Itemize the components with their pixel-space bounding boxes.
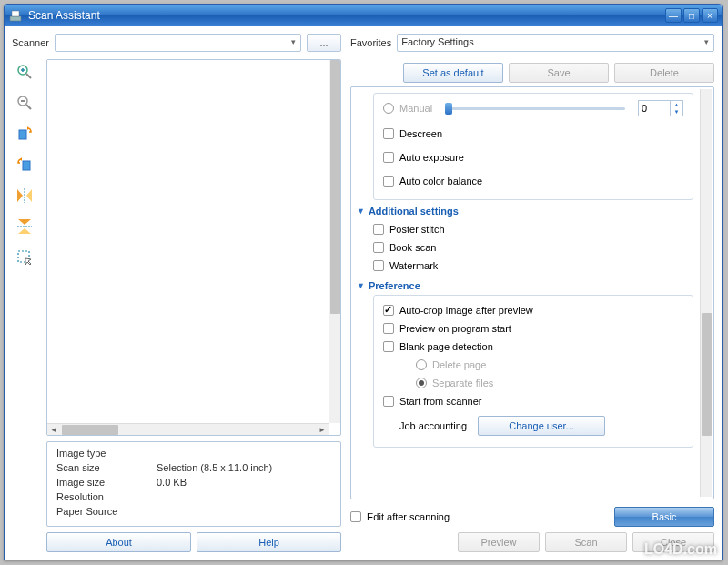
scan-size-value: Selection (8.5 x 11.0 inch)	[157, 462, 272, 477]
mirror-horizontal-button[interactable]	[12, 183, 37, 208]
edit-after-scanning-checkbox[interactable]	[350, 511, 361, 522]
tool-column	[12, 59, 41, 552]
window-controls: — □ ×	[665, 8, 718, 23]
favorites-select[interactable]: Factory Settings	[397, 34, 714, 52]
minimize-button[interactable]: —	[665, 8, 682, 23]
preview-on-start-checkbox[interactable]	[383, 323, 394, 334]
preview-canvas[interactable]	[47, 60, 329, 423]
watermark-label: Watermark	[389, 260, 438, 271]
book-scan-checkbox[interactable]	[373, 242, 384, 253]
close-window-button[interactable]: ×	[702, 8, 718, 23]
svg-marker-16	[18, 219, 31, 225]
zoom-in-button[interactable]	[12, 59, 37, 85]
preview-wrap: Image type Scan sizeSelection (8.5 x 11.…	[46, 59, 341, 552]
additional-settings-header[interactable]: ▼Additional settings	[357, 206, 693, 217]
book-scan-label: Book scan	[389, 242, 436, 253]
poster-stitch-checkbox[interactable]	[373, 224, 384, 235]
selection-tool-button[interactable]	[12, 245, 37, 270]
mirror-vertical-button[interactable]	[12, 214, 37, 239]
manual-spinner[interactable]: ▲▼	[638, 100, 683, 116]
preview-area	[46, 59, 341, 436]
favorites-label: Favorites	[350, 37, 391, 48]
svg-marker-17	[18, 228, 31, 234]
auto-color-balance-checkbox[interactable]	[383, 176, 394, 187]
left-main: Image type Scan sizeSelection (8.5 x 11.…	[12, 59, 341, 552]
color-adjust-group: Manual ▲▼ Descreen Auto exposure Auto co…	[373, 93, 693, 200]
delete-page-label: Delete page	[432, 359, 486, 370]
help-button[interactable]: Help	[197, 532, 341, 552]
separate-files-radio[interactable]	[416, 378, 427, 388]
svg-marker-13	[17, 189, 23, 202]
svg-marker-20	[25, 258, 31, 265]
expand-icon: ▼	[357, 207, 365, 216]
svg-rect-0	[10, 16, 21, 21]
scanner-label: Scanner	[12, 37, 49, 48]
zoom-out-button[interactable]	[12, 90, 37, 116]
edit-after-scanning-label: Edit after scanning	[367, 511, 450, 522]
basic-button[interactable]: Basic	[614, 507, 714, 527]
image-type-label: Image type	[56, 448, 157, 462]
svg-marker-14	[26, 189, 32, 202]
change-user-button[interactable]: Change user...	[478, 416, 605, 436]
blank-page-label: Blank page detection	[399, 341, 493, 352]
auto-color-balance-label: Auto color balance	[399, 176, 482, 187]
auto-crop-checkbox[interactable]	[383, 305, 394, 316]
job-accounting-label: Job accounting	[399, 420, 467, 431]
app-window: Scan Assistant — □ × Scanner ...	[4, 4, 723, 560]
scan-size-label: Scan size	[56, 462, 157, 477]
svg-marker-10	[27, 126, 29, 130]
preview-scrollbar-v[interactable]	[329, 60, 340, 423]
resolution-label: Resolution	[56, 491, 157, 506]
preview-button[interactable]: Preview	[458, 532, 540, 552]
manual-radio[interactable]	[383, 103, 394, 114]
image-size-value: 0.0 KB	[157, 477, 187, 491]
maximize-button[interactable]: □	[683, 8, 700, 23]
content: Scanner ...	[5, 26, 722, 560]
separate-files-label: Separate files	[432, 378, 493, 388]
expand-icon: ▼	[357, 281, 365, 290]
auto-crop-label: Auto-crop image after preview	[399, 305, 533, 316]
image-size-label: Image size	[56, 477, 157, 491]
scanner-row: Scanner ...	[12, 34, 341, 52]
svg-rect-11	[23, 161, 30, 170]
app-icon	[8, 8, 23, 23]
paper-source-label: Paper Source	[56, 506, 157, 520]
auto-exposure-label: Auto exposure	[399, 152, 464, 163]
manual-label: Manual	[399, 103, 432, 114]
left-button-row: About Help	[46, 532, 341, 552]
rotate-left-button[interactable]	[12, 121, 37, 146]
blank-page-checkbox[interactable]	[383, 341, 394, 352]
titlebar: Scan Assistant — □ ×	[5, 5, 722, 26]
left-pane: Scanner ...	[12, 34, 341, 552]
preference-group: Auto-crop image after preview Preview on…	[373, 295, 693, 448]
watermark: LO4D.com	[644, 541, 717, 558]
settings-scrollbar[interactable]	[700, 89, 712, 497]
preview-scrollbar-h[interactable]	[47, 423, 329, 435]
scanner-browse-button[interactable]: ...	[307, 34, 341, 52]
favorites-row: Favorites Factory Settings	[350, 34, 714, 52]
svg-line-3	[26, 74, 31, 78]
descreen-checkbox[interactable]	[383, 128, 394, 139]
svg-rect-9	[19, 130, 26, 139]
svg-rect-1	[12, 11, 19, 16]
scan-button[interactable]: Scan	[545, 532, 627, 552]
descreen-label: Descreen	[399, 128, 442, 139]
scanner-select[interactable]	[55, 34, 301, 52]
manual-slider[interactable]	[445, 107, 625, 110]
rotate-right-button[interactable]	[12, 152, 37, 177]
about-button[interactable]: About	[46, 532, 191, 552]
preference-header[interactable]: ▼Preference	[357, 280, 693, 291]
start-from-scanner-checkbox[interactable]	[383, 396, 394, 407]
svg-marker-12	[20, 157, 22, 161]
info-panel: Image type Scan sizeSelection (8.5 x 11.…	[46, 441, 341, 527]
start-from-scanner-label: Start from scanner	[399, 396, 481, 407]
poster-stitch-label: Poster stitch	[389, 224, 445, 235]
delete-page-radio[interactable]	[416, 359, 427, 370]
watermark-checkbox[interactable]	[373, 260, 384, 271]
save-favorite-button[interactable]: Save	[509, 63, 609, 83]
auto-exposure-checkbox[interactable]	[383, 152, 394, 163]
set-default-button[interactable]: Set as default	[403, 63, 503, 83]
favorites-actions: Set as default Save Delete	[350, 63, 714, 83]
settings-panel: Manual ▲▼ Descreen Auto exposure Auto co…	[350, 86, 714, 499]
delete-favorite-button[interactable]: Delete	[614, 63, 714, 83]
